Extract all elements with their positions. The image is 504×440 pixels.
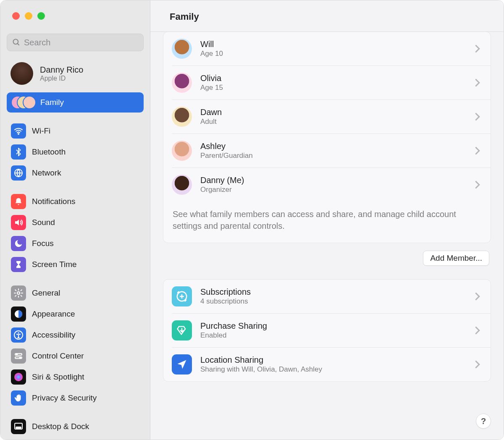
bluetooth-icon (11, 144, 26, 160)
sidebar-item-privacy-security[interactable]: Privacy & Security (7, 388, 144, 408)
gear-icon (11, 285, 26, 301)
search-input[interactable] (24, 38, 138, 47)
member-name: Dawn (200, 107, 466, 117)
sidebar-item-label: Focus (32, 239, 54, 248)
user-avatar (10, 62, 33, 85)
feature-row-subscriptions[interactable]: Subscriptions4 subscriptions (163, 280, 491, 313)
search-field[interactable] (7, 34, 144, 51)
family-member-row[interactable]: WillAge 10 (163, 32, 491, 65)
chevron-right-icon (475, 113, 482, 121)
subscriptions-icon (172, 286, 192, 306)
location-icon (172, 354, 192, 375)
sidebar-item-general[interactable]: General (7, 283, 144, 303)
hand-icon (11, 390, 26, 406)
svg-point-7 (18, 333, 19, 334)
chevron-right-icon (475, 360, 482, 369)
member-avatar (172, 39, 192, 59)
dock-icon (11, 419, 26, 434)
member-name: Will (200, 39, 466, 49)
chevron-right-icon (475, 181, 482, 189)
wifi-icon (11, 123, 26, 139)
member-avatar (172, 175, 192, 195)
svg-line-1 (18, 44, 19, 45)
family-avatars-icon (11, 95, 34, 110)
apple-id-row[interactable]: Danny Rico Apple ID (0, 55, 150, 92)
member-name: Ashley (200, 141, 466, 151)
account-sub: Apple ID (40, 75, 83, 82)
chevron-right-icon (475, 326, 482, 335)
main-pane: Family WillAge 10OliviaAge 15DawnAdultAs… (150, 0, 504, 440)
chevron-right-icon (475, 147, 482, 155)
sidebar-item-network[interactable]: Network (7, 163, 144, 183)
sidebar-item-label: Accessibility (32, 330, 75, 340)
chevron-right-icon (475, 79, 482, 87)
family-member-row[interactable]: DawnAdult (172, 100, 491, 134)
add-member-button[interactable]: Add Member... (423, 251, 489, 266)
member-avatar (172, 141, 192, 161)
sidebar-item-screen-time[interactable]: Screen Time (7, 254, 144, 275)
family-members-footer: See what family members can access and s… (163, 202, 491, 243)
sidebar-item-wi-fi[interactable]: Wi-Fi (7, 121, 144, 141)
sidebar-nav: Family Wi-FiBluetoothNetworkNotification… (0, 92, 150, 440)
sidebar-item-siri-spotlight[interactable]: Siri & Spotlight (7, 367, 144, 387)
member-name: Danny (Me) (200, 175, 466, 185)
family-member-row[interactable]: Danny (Me)Organizer (172, 168, 491, 202)
fullscreen-window-button[interactable] (37, 12, 45, 20)
member-role: Age 15 (200, 84, 466, 92)
network-icon (11, 165, 26, 181)
switches-icon (11, 348, 26, 364)
chevron-right-icon (475, 45, 482, 53)
hourglass-icon (11, 257, 26, 272)
page-title: Family (150, 0, 504, 32)
svg-point-2 (18, 134, 19, 134)
family-member-row[interactable]: AshleyParent/Guardian (172, 134, 491, 168)
sidebar-item-displays[interactable]: Displays (7, 437, 144, 440)
window-controls (0, 0, 150, 28)
sidebar-item-label: Siri & Spotlight (32, 372, 84, 382)
sidebar-item-accessibility[interactable]: Accessibility (7, 325, 144, 345)
accessibility-icon (11, 327, 26, 343)
siri-icon (11, 369, 26, 385)
sidebar-item-bluetooth[interactable]: Bluetooth (7, 142, 144, 162)
member-avatar (172, 73, 192, 93)
appearance-icon (11, 306, 26, 322)
minimize-window-button[interactable] (25, 12, 32, 20)
feature-sub: Enabled (200, 331, 466, 340)
sidebar-item-family[interactable]: Family (7, 92, 144, 113)
sidebar-item-label: Privacy & Security (32, 393, 97, 403)
sidebar-item-focus[interactable]: Focus (7, 233, 144, 254)
sidebar-item-sound[interactable]: Sound (7, 212, 144, 233)
help-button[interactable]: ? (476, 414, 491, 429)
sidebar-item-desktop-dock[interactable]: Desktop & Dock (7, 416, 144, 437)
feature-sub: Sharing with Will, Olivia, Dawn, Ashley (200, 365, 466, 374)
feature-title: Subscriptions (200, 287, 466, 297)
sidebar-item-label: Bluetooth (32, 147, 66, 157)
account-name: Danny Rico (40, 65, 83, 75)
family-features-card: Subscriptions4 subscriptionsPurchase Sha… (163, 279, 491, 382)
feature-title: Purchase Sharing (200, 321, 466, 331)
sidebar-item-label: Appearance (32, 309, 75, 319)
sidebar-item-label: Screen Time (32, 260, 77, 269)
member-role: Organizer (200, 186, 466, 194)
family-member-row[interactable]: OliviaAge 15 (172, 65, 491, 100)
member-name: Olivia (200, 73, 466, 83)
feature-sub: 4 subscriptions (200, 297, 466, 306)
moon-icon (11, 236, 26, 251)
sidebar-item-label: Network (32, 168, 61, 178)
bell-icon (11, 194, 26, 209)
sidebar-item-control-center[interactable]: Control Center (7, 346, 144, 366)
member-role: Parent/Guardian (200, 152, 466, 160)
search-icon (12, 38, 21, 47)
sidebar-item-notifications[interactable]: Notifications (7, 191, 144, 212)
feature-row-location-sharing[interactable]: Location SharingSharing with Will, Olivi… (172, 347, 491, 381)
svg-point-12 (14, 373, 23, 381)
close-window-button[interactable] (12, 12, 20, 20)
settings-window: Danny Rico Apple ID Family Wi-FiBluetoot… (0, 0, 504, 440)
svg-rect-14 (16, 427, 21, 428)
feature-row-purchase-sharing[interactable]: Purchase SharingEnabled (172, 313, 491, 347)
member-role: Adult (200, 118, 466, 126)
sidebar-item-label: Notifications (32, 197, 76, 206)
sidebar-item-appearance[interactable]: Appearance (7, 304, 144, 324)
svg-point-11 (20, 357, 21, 359)
purchase-icon (172, 320, 192, 340)
